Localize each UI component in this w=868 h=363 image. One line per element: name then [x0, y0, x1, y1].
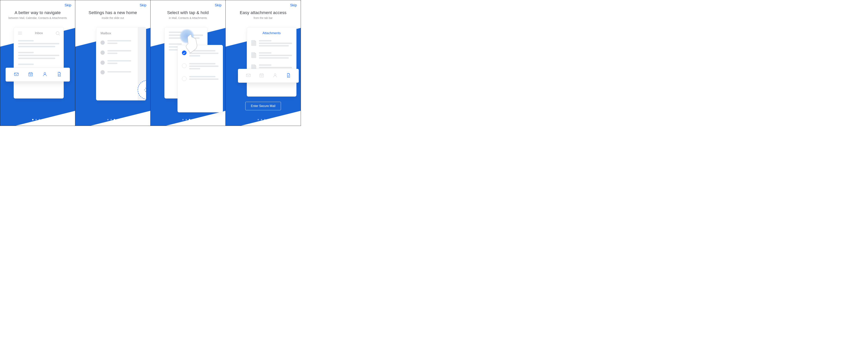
list-item	[251, 52, 292, 60]
selection-front-card	[178, 45, 223, 112]
page-dot	[107, 119, 108, 120]
mail-icon[interactable]	[246, 73, 251, 79]
tab-bar: 19	[6, 68, 70, 82]
message-placeholder	[18, 52, 59, 59]
page-dot	[117, 119, 118, 120]
mailbox-preview-card: Mailbox	[96, 27, 146, 101]
page-dot	[32, 119, 33, 120]
screen-title: Settings has a new home	[78, 10, 148, 15]
page-dot	[42, 119, 43, 120]
screen-title: A better way to navigate	[2, 10, 73, 15]
svg-rect-0	[14, 73, 19, 76]
screen-subtitle: between Mail, Calendar, Contacts & Attac…	[2, 17, 73, 20]
onboarding-screen-3: Skip Select with tap & hold in Mail, Con…	[151, 0, 226, 126]
skip-button[interactable]: Skip	[64, 3, 71, 7]
calendar-icon[interactable]: 19	[28, 72, 33, 78]
heading-block: Easy attachment access from the tab bar	[226, 10, 301, 20]
page-dots	[226, 119, 301, 120]
page-dots	[75, 119, 150, 120]
screen-subtitle: from the tab bar	[228, 17, 299, 20]
skip-button[interactable]: Skip	[215, 3, 222, 7]
calendar-day-label: 19	[28, 74, 33, 76]
page-dots	[151, 119, 225, 120]
attachments-icon[interactable]	[56, 72, 62, 78]
page-dot	[111, 119, 112, 120]
enter-secure-mail-button[interactable]: Enter Secure Mail	[245, 102, 281, 110]
svg-rect-9	[246, 74, 250, 77]
page-dot	[114, 119, 115, 120]
skip-button[interactable]: Skip	[140, 3, 146, 7]
screen-subtitle: inside the slide out	[78, 17, 148, 20]
avatar-icon	[100, 70, 105, 75]
avatar-icon	[100, 40, 105, 45]
onboarding-screen-2: Skip Settings has a new home inside the …	[75, 0, 150, 126]
list-item	[100, 60, 133, 65]
page-dot	[189, 119, 190, 120]
calendar-day-label: 19	[259, 75, 264, 77]
contacts-icon[interactable]	[42, 72, 48, 78]
gear-icon	[144, 86, 146, 93]
svg-point-5	[44, 73, 46, 74]
screen-title: Select with tap & hold	[153, 10, 223, 15]
menu-icon	[18, 32, 22, 34]
heading-block: A better way to navigate between Mail, C…	[0, 10, 75, 20]
onboarding-carousel: Skip A better way to navigate between Ma…	[0, 0, 301, 126]
unchecked-icon	[182, 63, 187, 68]
page-dot	[192, 119, 193, 120]
heading-block: Select with tap & hold in Mail, Contacts…	[151, 10, 225, 20]
attachments-icon[interactable]	[286, 73, 291, 79]
list-item	[100, 50, 133, 55]
inbox-title: Inbox	[35, 31, 43, 35]
page-dot	[39, 119, 40, 120]
svg-point-14	[274, 74, 276, 75]
message-placeholder	[18, 64, 59, 65]
page-dots	[0, 119, 75, 120]
page-dot	[261, 119, 262, 120]
avatar-icon	[100, 51, 105, 55]
attachments-preview-card: Attachments	[247, 27, 297, 96]
heading-block: Settings has a new home inside the slide…	[75, 10, 150, 20]
inbox-preview-card: Inbox	[14, 27, 64, 99]
inbox-header: Inbox	[18, 31, 59, 35]
list-item	[251, 40, 292, 48]
search-icon	[56, 31, 59, 35]
page-dot	[257, 119, 259, 120]
list-item	[182, 76, 218, 81]
mailbox-title: Mailbox	[100, 32, 133, 35]
contacts-icon[interactable]	[272, 73, 278, 79]
screen-subtitle: in Mail, Contacts & Attachments	[153, 17, 223, 20]
page-dot	[182, 119, 184, 120]
mail-icon[interactable]	[14, 72, 19, 78]
attachments-title: Attachments	[251, 31, 292, 35]
onboarding-screen-1: Skip A better way to navigate between Ma…	[0, 0, 75, 126]
tab-bar: 19	[238, 69, 299, 83]
pointing-hand-icon	[184, 33, 201, 54]
list-item	[100, 40, 133, 45]
message-placeholder	[18, 40, 59, 47]
skip-button[interactable]: Skip	[290, 3, 297, 7]
page-dot	[264, 119, 266, 120]
unchecked-icon	[182, 76, 187, 81]
list-item	[100, 70, 133, 75]
file-icon	[251, 40, 256, 46]
onboarding-screen-4: Skip Easy attachment access from the tab…	[226, 0, 301, 126]
screen-title: Easy attachment access	[228, 10, 299, 15]
file-icon	[251, 52, 256, 58]
page-dot	[268, 119, 269, 120]
page-dot	[186, 119, 187, 120]
page-dot	[35, 119, 37, 120]
avatar-icon	[100, 60, 105, 65]
list-item	[182, 63, 218, 71]
calendar-icon[interactable]: 19	[259, 73, 264, 79]
